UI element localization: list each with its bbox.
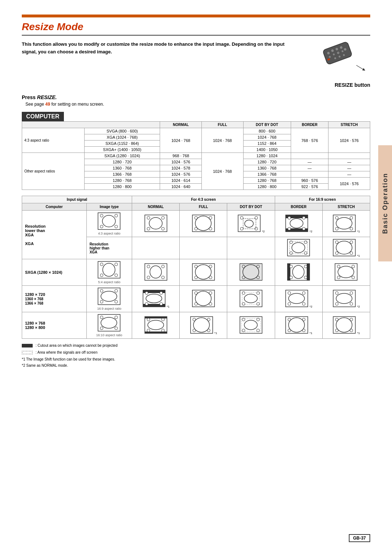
svg-point-77 (147, 276, 150, 279)
note1: *1 The Image Shift function can be used … (22, 356, 370, 362)
svg-point-176 (288, 329, 291, 332)
svg-point-147 (100, 316, 103, 319)
normal-43: 1024 · 768 (160, 128, 202, 153)
svg-point-157 (147, 329, 150, 332)
screen-diagram-normal-43 (144, 214, 168, 232)
table-row: 4:3 aspect ratio SVGA (800 · 600) 1024 ·… (22, 128, 370, 134)
image-type-169: 16:9 aspect ratio (86, 286, 132, 312)
th-empty (22, 122, 160, 128)
svg-point-135 (288, 292, 291, 294)
svg-point-71 (100, 274, 103, 277)
svg-point-122 (195, 292, 197, 294)
diag-169-full (180, 286, 227, 312)
diag-54-border (275, 259, 322, 286)
screen-diagram-169-stretch2 (332, 289, 356, 308)
stretch-1360768: — (328, 165, 370, 171)
svg-rect-126 (240, 290, 262, 307)
svg-point-104 (337, 276, 340, 279)
table-row: Resolutionlower thanXGAXGA 4:3 aspect ra… (22, 211, 370, 237)
label-res-lower: Resolutionlower thanXGAXGA (22, 211, 87, 259)
screen-diagram-54-full (192, 263, 215, 281)
normal-sxga2: 968 · 768 (160, 153, 202, 159)
svg-point-110 (100, 300, 103, 303)
note2: *2 Same as NORMAL mode. (22, 362, 370, 369)
svg-point-36 (240, 216, 243, 219)
table-row: 1280 × 720 1360 × 7681366 × 768 16:9 asp… (22, 286, 370, 312)
svg-point-70 (115, 263, 118, 266)
border-43: 768 · 576 (291, 128, 328, 153)
input-1280768: 1280 · 768 (84, 178, 160, 184)
dbd-sxgaplus: 1400 · 1050 (243, 147, 291, 153)
svg-point-30 (209, 216, 212, 219)
diag-1610-border: *1 (275, 312, 322, 339)
stretch-43: 1024 · 576 (328, 128, 370, 153)
screen-diagram-1610-type (97, 314, 121, 332)
th-s-dotbydot: DOT BY DOT (227, 203, 275, 211)
screen-diagram-1610-normal (144, 316, 168, 334)
dbd-sxga1: 1152 · 864 (243, 141, 291, 147)
aspect-label-43: 4:3 aspect ratio (22, 128, 85, 153)
border-1366768 (291, 171, 328, 178)
svg-point-95 (293, 265, 304, 278)
press-resize-title: Press RESIZE. (22, 94, 370, 100)
svg-point-155 (147, 318, 150, 321)
svg-point-177 (302, 329, 305, 332)
footer-notes: : Cutout area on which images cannot be … (22, 342, 370, 369)
svg-point-52 (335, 227, 338, 230)
image-type-54: 5:4 aspect ratio (86, 259, 132, 286)
svg-point-81 (195, 265, 197, 268)
dbd-1280720: 1280 · 720 (243, 159, 291, 165)
svg-point-148 (115, 316, 118, 319)
diag-1610-normal (132, 312, 180, 339)
svg-point-22 (149, 217, 162, 229)
svg-point-59 (290, 252, 293, 255)
svg-point-19 (100, 225, 103, 228)
dbd-svga: 800 · 600 (243, 128, 291, 134)
screen-diagram-stretch-169 (332, 214, 356, 232)
svg-point-38 (240, 227, 243, 230)
th-s-full: FULL (180, 203, 227, 211)
aspect-label-other: Other aspect ratios (22, 153, 85, 190)
resize-button-label: RESIZE button (335, 82, 370, 88)
legend-solid-text: : Cutout area on which images cannot be … (36, 342, 118, 349)
screen-diagram-54-normal (144, 263, 168, 281)
diag-hxga-empty-3 (227, 237, 275, 259)
top-bar (22, 15, 370, 17)
resize-keyword: RESIZE. (37, 94, 57, 100)
svg-point-24 (162, 216, 164, 219)
page-title: Resize Mode (22, 21, 370, 33)
svg-point-101 (338, 266, 354, 278)
legend-dotted-item: : Area where the signals are off screen (22, 349, 370, 355)
table-row: 1280 × 768 1280 × 800 16:10 aspect ratio (22, 312, 370, 339)
th-normal: NORMAL (160, 122, 202, 128)
th-for43: For 4:3 screen (132, 196, 275, 203)
diag-54-normal (132, 259, 180, 286)
label-sxga: SXGA (1280 × 1024) (22, 259, 87, 286)
svg-point-103 (352, 265, 355, 268)
svg-point-125 (209, 302, 212, 305)
diag-1610-stretch: *1 (322, 312, 370, 339)
svg-point-56 (292, 243, 305, 253)
svg-point-63 (335, 241, 338, 244)
stretch-sxga2 (328, 153, 370, 159)
svg-point-62 (336, 241, 352, 254)
svg-point-121 (195, 291, 211, 306)
dbd-1360768: 1360 · 768 (243, 165, 291, 171)
diag-hxga-empty-2 (180, 237, 227, 259)
sidebar-tab: Basic Operation (378, 145, 392, 261)
diag-1610-dbd (227, 312, 275, 339)
svg-point-129 (242, 292, 245, 294)
svg-point-136 (302, 292, 305, 294)
press-resize-sub: See page 49 for setting on menu screen. (25, 102, 370, 107)
svg-rect-54 (287, 239, 310, 256)
normal-1360768: 1024 · 578 (160, 165, 202, 171)
intro-section: This function allows you to modify or cu… (22, 41, 370, 88)
diag-hxga-empty-1 (132, 237, 180, 259)
svg-point-84 (209, 276, 212, 279)
svg-point-53 (350, 227, 353, 230)
svg-rect-165 (240, 317, 262, 333)
th-s-normal: NORMAL (132, 203, 180, 211)
svg-point-26 (162, 227, 164, 230)
svg-point-109 (115, 289, 118, 292)
screen-diagram-border-169 (285, 214, 309, 232)
